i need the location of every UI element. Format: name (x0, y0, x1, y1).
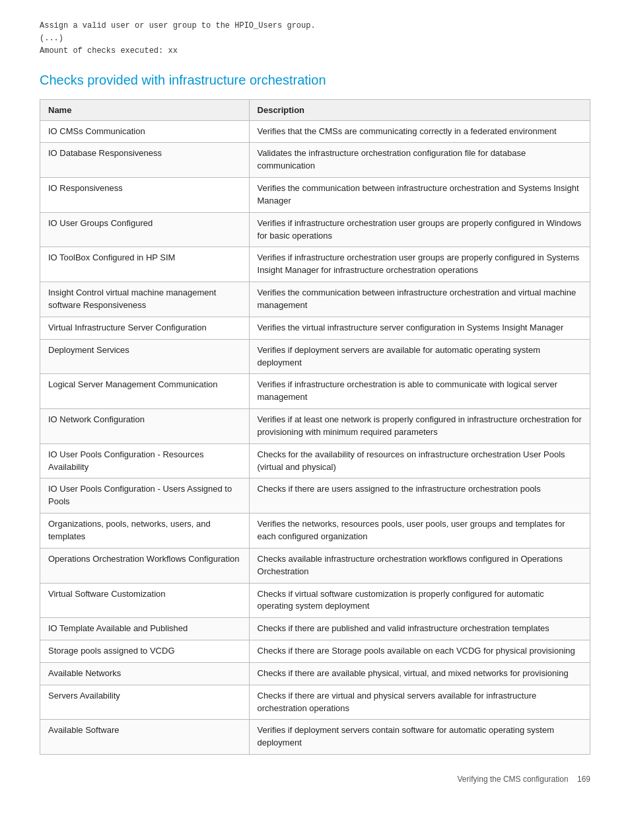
footer-page: 169 (577, 775, 590, 784)
cell-description: Verifies if infrastructure orchestration… (249, 374, 590, 409)
footer-label: Verifying the CMS configuration (458, 775, 569, 784)
table-row: Virtual Software CustomizationChecks if … (40, 583, 590, 618)
table-row: IO User Groups ConfiguredVerifies if inf… (40, 212, 590, 247)
cell-description: Verifies if at least one network is prop… (249, 409, 590, 444)
table-row: Available SoftwareVerifies if deployment… (40, 720, 590, 755)
checks-table: Name Description IO CMSs CommunicationVe… (40, 99, 590, 755)
cell-name: Servers Availability (40, 685, 250, 720)
cell-name: IO User Groups Configured (40, 212, 250, 247)
cell-name: Available Software (40, 720, 250, 755)
table-row: Operations Orchestration Workflows Confi… (40, 548, 590, 583)
cell-name: Insight Control virtual machine manageme… (40, 282, 250, 317)
cell-description: Verifies if deployment servers contain s… (249, 720, 590, 755)
cell-name: IO Responsiveness (40, 178, 250, 213)
cell-name: IO CMSs Communication (40, 120, 250, 143)
cell-description: Checks if there are Storage pools availa… (249, 640, 590, 663)
table-row: Storage pools assigned to VCDGChecks if … (40, 640, 590, 663)
table-row: Deployment ServicesVerifies if deploymen… (40, 339, 590, 374)
cell-description: Validates the infrastructure orchestrati… (249, 143, 590, 178)
table-row: Servers AvailabilityChecks if there are … (40, 685, 590, 720)
table-row: IO User Pools Configuration - Users Assi… (40, 478, 590, 514)
cell-name: IO Network Configuration (40, 409, 250, 444)
cell-name: IO User Pools Configuration - Users Assi… (40, 478, 250, 514)
table-row: IO User Pools Configuration - Resources … (40, 443, 590, 478)
cell-description: Verifies that the CMSs are communicating… (249, 120, 590, 143)
table-row: IO CMSs CommunicationVerifies that the C… (40, 120, 590, 143)
table-row: Organizations, pools, networks, users, a… (40, 514, 590, 549)
cell-description: Verifies the communication between infra… (249, 282, 590, 317)
cell-description: Verifies if infrastructure orchestration… (249, 247, 590, 282)
cell-name: Virtual Software Customization (40, 583, 250, 618)
cell-description: Verifies the communication between infra… (249, 178, 590, 213)
cell-description: Checks if virtual software customization… (249, 583, 590, 618)
table-row: IO Database ResponsivenessValidates the … (40, 143, 590, 178)
cell-description: Checks if there are users assigned to th… (249, 478, 590, 514)
cell-description: Verifies if infrastructure orchestration… (249, 212, 590, 247)
table-row: IO ToolBox Configured in HP SIMVerifies … (40, 247, 590, 282)
cell-name: Organizations, pools, networks, users, a… (40, 514, 250, 549)
cell-name: Available Networks (40, 662, 250, 685)
cell-name: Operations Orchestration Workflows Confi… (40, 548, 250, 583)
cell-description: Checks for the availability of resources… (249, 443, 590, 478)
table-row: Virtual Infrastructure Server Configurat… (40, 317, 590, 339)
cell-name: Deployment Services (40, 339, 250, 374)
cell-name: IO User Pools Configuration - Resources … (40, 443, 250, 478)
cell-name: Virtual Infrastructure Server Configurat… (40, 317, 250, 339)
table-row: Logical Server Management CommunicationV… (40, 374, 590, 409)
table-row: IO Template Available and PublishedCheck… (40, 618, 590, 640)
pre-text-line3: Amount of checks executed: xx (40, 45, 590, 57)
cell-name: IO Template Available and Published (40, 618, 250, 640)
table-row: Available NetworksChecks if there are av… (40, 662, 590, 685)
column-header-name: Name (40, 99, 250, 120)
pre-text-line2: (...) (40, 32, 590, 45)
cell-name: IO ToolBox Configured in HP SIM (40, 247, 250, 282)
table-row: Insight Control virtual machine manageme… (40, 282, 590, 317)
section-title: Checks provided with infrastructure orch… (40, 71, 590, 89)
pre-text-line1: Assign a valid user or user group to the… (40, 20, 590, 32)
column-header-description: Description (249, 99, 590, 120)
cell-description: Verifies the networks, resources pools, … (249, 514, 590, 549)
cell-description: Checks if there are published and valid … (249, 618, 590, 640)
cell-description: Checks if there are available physical, … (249, 662, 590, 685)
table-row: IO ResponsivenessVerifies the communicat… (40, 178, 590, 213)
cell-name: Storage pools assigned to VCDG (40, 640, 250, 663)
pre-text-block: Assign a valid user or user group to the… (40, 20, 590, 58)
cell-name: IO Database Responsiveness (40, 143, 250, 178)
footer: Verifying the CMS configuration 169 (40, 775, 590, 784)
cell-description: Checks available infrastructure orchestr… (249, 548, 590, 583)
cell-description: Checks if there are virtual and physical… (249, 685, 590, 720)
cell-description: Verifies if deployment servers are avail… (249, 339, 590, 374)
cell-name: Logical Server Management Communication (40, 374, 250, 409)
table-row: IO Network ConfigurationVerifies if at l… (40, 409, 590, 444)
cell-description: Verifies the virtual infrastructure serv… (249, 317, 590, 339)
